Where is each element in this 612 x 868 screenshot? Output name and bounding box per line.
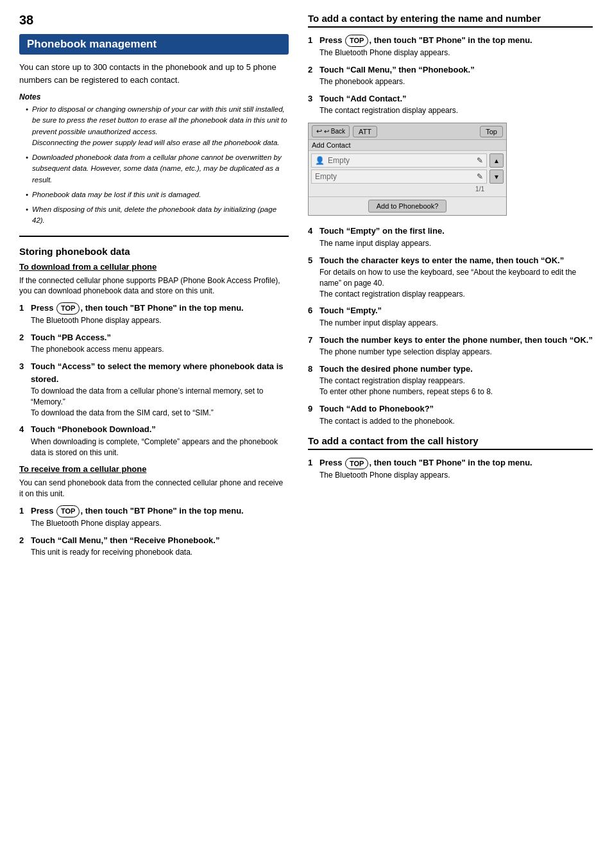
ui-back-button[interactable]: ↩ ↩ Back bbox=[312, 125, 350, 137]
step-main: Press TOP, then touch "BT Phone" in the … bbox=[31, 302, 289, 315]
step-content: Touch “Add Contact.” The contact registr… bbox=[319, 92, 593, 116]
person-icon: 👤 bbox=[315, 156, 325, 165]
step-detail: This unit is ready for receiving phonebo… bbox=[31, 547, 289, 558]
note-item: Downloaded phonebook data from a cellula… bbox=[26, 152, 289, 186]
top-button-indicator: TOP bbox=[56, 505, 80, 517]
call-history-steps: 1 Press TOP, then touch "BT Phone" in th… bbox=[308, 456, 593, 481]
step-item: 1 Press TOP, then touch "BT Phone" in th… bbox=[308, 34, 593, 58]
step-number: 1 bbox=[308, 456, 319, 481]
ui-field-empty-2: Empty bbox=[315, 172, 473, 181]
ui-screenshot: ↩ ↩ Back ATT Top Add Contact 👤 Empty ✎ E… bbox=[308, 123, 507, 216]
step-main: Touch “Access” to select the memory wher… bbox=[31, 360, 289, 385]
step-content: Touch “Access” to select the memory wher… bbox=[31, 360, 289, 418]
ui-field-row-2[interactable]: Empty ✎ bbox=[311, 169, 487, 184]
step-item: 2 Touch “Call Menu,” then “Receive Phone… bbox=[19, 534, 289, 558]
step-number: 1 bbox=[19, 302, 31, 326]
step-item: 2 Touch “PB Access.” The phonebook acces… bbox=[19, 331, 289, 355]
step-content: Touch the number keys to enter the phone… bbox=[319, 334, 593, 358]
ui-up-button[interactable]: ▲ bbox=[489, 153, 504, 168]
step-number: 3 bbox=[308, 92, 319, 116]
pencil-icon-1: ✎ bbox=[477, 156, 483, 165]
download-steps: 1 Press TOP, then touch "BT Phone" in th… bbox=[19, 302, 289, 458]
step-item: 7 Touch the number keys to enter the pho… bbox=[308, 334, 593, 358]
step-detail: The phone number type selection display … bbox=[319, 347, 593, 358]
step-detail: The contact registration display reappea… bbox=[319, 376, 593, 397]
call-history-title: To add a contact from the call history bbox=[308, 435, 479, 446]
step-number: 2 bbox=[19, 534, 31, 558]
step-content: Touch “Empty.” The number input display … bbox=[319, 304, 593, 328]
step-content: Touch “Empty” on the first line. The nam… bbox=[319, 225, 593, 248]
section-title: Phonebook management bbox=[19, 34, 289, 55]
right-column: To add a contact by entering the name an… bbox=[308, 13, 593, 564]
step-main: Touch “Add Contact.” bbox=[319, 92, 593, 105]
step-number: 6 bbox=[308, 304, 319, 328]
pencil-icon-2: ✎ bbox=[477, 172, 483, 181]
step-item: 9 Touch “Add to Phonebook?” The contact … bbox=[308, 403, 593, 426]
ui-add-phonebook-button[interactable]: Add to Phonebook? bbox=[368, 200, 447, 213]
step-main: Touch “Call Menu,” then “Receive Phonebo… bbox=[31, 534, 289, 547]
step-item: 4 Touch “Empty” on the first line. The n… bbox=[308, 225, 593, 248]
add-contact-title: To add a contact by entering the name an… bbox=[308, 13, 541, 24]
step-number: 4 bbox=[308, 225, 319, 248]
top-button-indicator: TOP bbox=[56, 302, 80, 315]
step-number: 2 bbox=[19, 331, 31, 355]
step-main: Touch the character keys to enter the na… bbox=[319, 254, 593, 267]
step-detail: The Bluetooth Phone display appears. bbox=[319, 470, 593, 481]
step-content: Touch “PB Access.” The phonebook access … bbox=[31, 331, 289, 355]
add-contact-steps-continued: 4 Touch “Empty” on the first line. The n… bbox=[308, 225, 593, 426]
step-item: 5 Touch the character keys to enter the … bbox=[308, 254, 593, 300]
step-detail: The name input display appears. bbox=[319, 238, 593, 249]
note-item: Prior to disposal or changing ownership … bbox=[26, 104, 289, 148]
step-number: 9 bbox=[308, 403, 319, 426]
step-detail: The contact registration display appears… bbox=[319, 105, 593, 116]
receive-steps: 1 Press TOP, then touch "BT Phone" in th… bbox=[19, 505, 289, 558]
step-item: 4 Touch “Phonebook Download.” When downl… bbox=[19, 423, 289, 458]
download-section-title: To download from a cellular phone bbox=[19, 262, 289, 272]
step-content: Press TOP, then touch "BT Phone" in the … bbox=[319, 34, 593, 58]
ui-top-button[interactable]: Top bbox=[480, 126, 503, 137]
step-item: 8 Touch the desired phone number type. T… bbox=[308, 363, 593, 397]
note-item: Phonebook data may be lost if this unit … bbox=[26, 189, 289, 200]
step-item: 1 Press TOP, then touch "BT Phone" in th… bbox=[308, 456, 593, 481]
back-arrow-icon: ↩ bbox=[316, 127, 322, 135]
step-content: Press TOP, then touch "BT Phone" in the … bbox=[31, 302, 289, 326]
step-item: 6 Touch “Empty.” The number input displa… bbox=[308, 304, 593, 328]
step-item: 1 Press TOP, then touch "BT Phone" in th… bbox=[19, 505, 289, 529]
step-main: Press TOP, then touch "BT Phone" in the … bbox=[319, 456, 593, 469]
step-main: Touch “Empty” on the first line. bbox=[319, 225, 593, 238]
add-contact-heading: To add a contact by entering the name an… bbox=[308, 13, 593, 28]
step-number: 8 bbox=[308, 363, 319, 397]
page-number: 38 bbox=[19, 13, 289, 28]
notes-title: Notes bbox=[19, 92, 289, 101]
ui-topbar: ↩ ↩ Back ATT Top bbox=[309, 123, 506, 140]
step-detail: To download the data from a cellular pho… bbox=[31, 386, 289, 418]
step-number: 2 bbox=[308, 64, 319, 87]
top-button-indicator: TOP bbox=[345, 35, 368, 47]
receive-intro: You can send phonebook data from the con… bbox=[19, 478, 289, 499]
step-main: Touch “Empty.” bbox=[319, 304, 593, 317]
notes-list: Prior to disposal or changing ownership … bbox=[19, 104, 289, 227]
ui-nav-buttons: ▲ ▼ bbox=[489, 153, 504, 194]
section-divider bbox=[19, 236, 289, 237]
ui-down-button[interactable]: ▼ bbox=[489, 169, 504, 184]
step-main: Touch the number keys to enter the phone… bbox=[319, 334, 593, 347]
call-history-heading: To add a contact from the call history bbox=[308, 435, 593, 450]
ui-att-button[interactable]: ATT bbox=[353, 126, 377, 137]
step-item: 3 Touch “Add Contact.” The contact regis… bbox=[308, 92, 593, 116]
step-detail: The phonebook appears. bbox=[319, 76, 593, 87]
step-detail: The Bluetooth Phone display appears. bbox=[31, 315, 289, 326]
step-main: Touch “Add to Phonebook?” bbox=[319, 403, 593, 415]
receive-section-title: To receive from a cellular phone bbox=[19, 464, 289, 474]
step-detail: The number input display appears. bbox=[319, 318, 593, 329]
add-contact-steps: 1 Press TOP, then touch "BT Phone" in th… bbox=[308, 34, 593, 116]
step-main: Touch the desired phone number type. bbox=[319, 363, 593, 376]
step-content: Touch the desired phone number type. The… bbox=[319, 363, 593, 397]
download-intro: If the connected cellular phone supports… bbox=[19, 275, 289, 297]
step-main: Press TOP, then touch "BT Phone" in the … bbox=[319, 34, 593, 47]
ui-fields: 👤 Empty ✎ Empty ✎ 1/1 bbox=[311, 153, 487, 194]
step-number: 1 bbox=[19, 505, 31, 529]
step-number: 1 bbox=[308, 34, 319, 58]
note-item: When disposing of this unit, delete the … bbox=[26, 204, 289, 227]
step-main: Touch “Call Menu,” then “Phonebook.” bbox=[319, 64, 593, 76]
ui-field-row-1[interactable]: 👤 Empty ✎ bbox=[311, 153, 487, 168]
